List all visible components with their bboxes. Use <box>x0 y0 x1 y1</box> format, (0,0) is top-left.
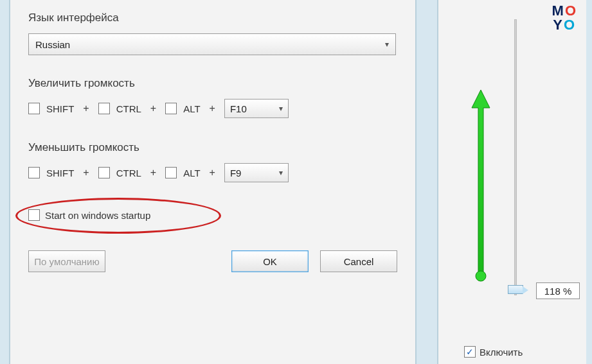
increase-key-select[interactable]: F10 ▾ <box>224 99 289 118</box>
plus-icon: + <box>150 103 156 114</box>
shift-label: SHIFT <box>46 168 74 178</box>
increase-alt-checkbox[interactable] <box>165 103 177 114</box>
decrease-shift-checkbox[interactable] <box>28 167 40 178</box>
enable-row: Включить <box>464 346 523 358</box>
plus-icon: + <box>210 167 215 178</box>
dialog-buttons: По умолчанию OK Cancel <box>28 250 397 272</box>
plus-icon: + <box>83 167 89 178</box>
decrease-key-value: F9 <box>230 168 242 178</box>
annotation-arrow-up <box>469 90 492 282</box>
svg-marker-0 <box>472 90 490 275</box>
chevron-down-icon: ▾ <box>279 168 283 177</box>
increase-hotkey-row: SHIFT + CTRL + ALT + F10 ▾ <box>28 99 397 118</box>
chevron-down-icon: ▾ <box>385 40 389 49</box>
startup-checkbox[interactable] <box>28 209 40 221</box>
shift-label: SHIFT <box>46 103 74 114</box>
alt-label: ALT <box>183 168 200 178</box>
enable-label: Включить <box>480 347 523 358</box>
decrease-ctrl-checkbox[interactable] <box>98 167 110 178</box>
ctrl-label: CTRL <box>116 168 141 178</box>
enable-checkbox[interactable] <box>464 346 476 358</box>
increase-key-value: F10 <box>230 103 247 114</box>
svg-point-1 <box>476 271 486 281</box>
plus-icon: + <box>150 167 156 178</box>
decrease-key-select[interactable]: F9 ▾ <box>224 163 289 182</box>
volume-slider-thumb[interactable] <box>508 285 523 294</box>
moyo-logo: MO YO <box>552 4 577 32</box>
ok-button[interactable]: OK <box>231 250 309 272</box>
plus-icon: + <box>83 103 89 114</box>
settings-panel: Язык интерфейса Russian ▾ Увеличить гром… <box>9 0 417 364</box>
ctrl-label: CTRL <box>116 103 141 114</box>
language-select[interactable]: Russian ▾ <box>28 33 396 55</box>
plus-icon: + <box>210 103 215 114</box>
alt-label: ALT <box>183 103 200 114</box>
startup-label: Start on windows startup <box>45 210 150 221</box>
volume-percent-box[interactable]: 118 % <box>536 282 580 299</box>
decrease-alt-checkbox[interactable] <box>165 167 177 178</box>
cancel-button[interactable]: Cancel <box>320 250 397 272</box>
chevron-down-icon: ▾ <box>279 104 283 113</box>
volume-panel: MO YO 118 % Включить <box>437 0 586 364</box>
increase-ctrl-checkbox[interactable] <box>98 103 110 114</box>
default-button[interactable]: По умолчанию <box>28 250 105 272</box>
volume-slider-track[interactable] <box>514 19 517 295</box>
language-label: Язык интерфейса <box>28 12 397 24</box>
language-value: Russian <box>35 39 70 50</box>
decrease-hotkey-row: SHIFT + CTRL + ALT + F9 ▾ <box>28 163 397 182</box>
increase-volume-label: Увеличить громкость <box>28 77 397 90</box>
decrease-volume-label: Уменьшить громкость <box>28 141 397 154</box>
startup-row: Start on windows startup <box>28 205 397 225</box>
increase-shift-checkbox[interactable] <box>28 103 40 114</box>
